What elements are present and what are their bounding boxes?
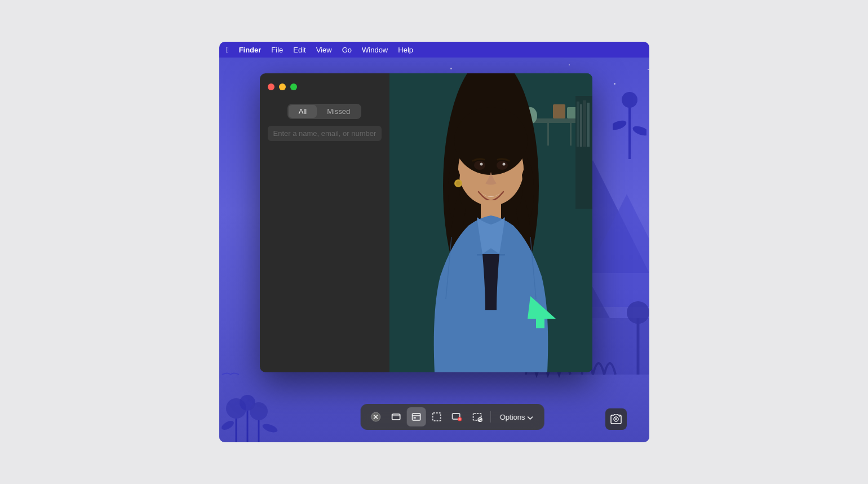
toolbar-options-btn[interactable]: Options xyxy=(494,407,539,426)
svg-point-17 xyxy=(631,124,646,137)
toolbar-screen-record-btn[interactable] xyxy=(448,407,467,426)
menu-window[interactable]: Window xyxy=(362,46,388,54)
svg-point-59 xyxy=(615,418,617,420)
svg-rect-26 xyxy=(577,102,579,147)
titlebar xyxy=(260,73,389,100)
menu-help[interactable]: Help xyxy=(398,46,413,54)
svg-rect-20 xyxy=(547,123,549,146)
svg-point-12 xyxy=(220,419,235,432)
svg-rect-29 xyxy=(587,103,590,147)
maximize-button[interactable] xyxy=(290,83,297,90)
toolbar-window-bar-btn[interactable] xyxy=(407,407,426,426)
options-chevron-icon xyxy=(527,413,533,421)
selection-rect-icon xyxy=(432,412,442,422)
svg-rect-46 xyxy=(392,414,400,420)
green-arrow xyxy=(525,293,561,330)
svg-rect-22 xyxy=(553,104,565,118)
svg-point-33 xyxy=(474,161,485,170)
star xyxy=(450,68,452,69)
menu-edit[interactable]: Edit xyxy=(293,46,305,54)
svg-point-36 xyxy=(502,163,505,166)
svg-point-57 xyxy=(479,419,481,421)
svg-point-8 xyxy=(250,402,268,420)
toolbar-divider xyxy=(490,411,491,423)
window-content: All Missed xyxy=(219,58,649,442)
apple-menu[interactable]:  xyxy=(226,45,229,54)
close-circle-icon xyxy=(371,412,381,422)
svg-point-60 xyxy=(619,416,620,417)
close-button[interactable] xyxy=(268,83,274,90)
call-list-empty xyxy=(260,144,389,372)
window-capture-icon xyxy=(391,412,401,422)
svg-point-15 xyxy=(622,92,637,108)
star xyxy=(614,83,615,85)
menu-file[interactable]: File xyxy=(271,46,283,54)
star xyxy=(569,64,570,65)
svg-point-34 xyxy=(497,161,508,170)
desktop:  Finder File Edit View Go Window Help xyxy=(0,0,868,484)
facetime-sidebar: All Missed xyxy=(260,73,389,372)
options-label: Options xyxy=(500,413,525,421)
screen-record-icon xyxy=(452,412,462,422)
screenshot-toolbar: Options xyxy=(361,404,544,430)
macos-window:  Finder File Edit View Go Window Help xyxy=(219,42,649,442)
minimize-button[interactable] xyxy=(279,83,286,90)
video-panel xyxy=(389,73,592,372)
camera-icon xyxy=(610,414,622,424)
svg-point-5 xyxy=(627,301,649,324)
svg-rect-50 xyxy=(414,417,416,419)
svg-point-32 xyxy=(454,107,528,175)
svg-point-35 xyxy=(480,163,482,166)
svg-point-16 xyxy=(613,118,627,131)
filter-missed-tab[interactable]: Missed xyxy=(317,105,360,118)
menu-finder[interactable]: Finder xyxy=(239,46,262,54)
menu-go[interactable]: Go xyxy=(342,46,352,54)
svg-point-38 xyxy=(455,181,461,186)
menu-view[interactable]: View xyxy=(316,46,332,54)
facetime-window: All Missed xyxy=(260,73,592,372)
toolbar-window-sel-btn[interactable] xyxy=(468,407,487,426)
svg-rect-21 xyxy=(570,123,572,146)
svg-rect-27 xyxy=(580,104,582,147)
filter-tab-group: All Missed xyxy=(287,104,362,119)
top-plant xyxy=(613,91,646,159)
filter-all-tab[interactable]: All xyxy=(289,105,317,118)
svg-rect-51 xyxy=(433,413,441,421)
svg-rect-28 xyxy=(583,100,586,147)
toolbar-window-btn[interactable] xyxy=(387,407,406,426)
person-video xyxy=(389,73,592,372)
svg-point-54 xyxy=(459,418,461,420)
filter-tabs: All Missed xyxy=(260,100,389,122)
bottom-plants xyxy=(219,363,321,442)
window-bar-icon xyxy=(411,412,422,422)
menu-bar:  Finder File Edit View Go Window Help xyxy=(219,42,649,58)
camera-button[interactable] xyxy=(605,408,627,430)
toolbar-selection-btn[interactable] xyxy=(427,407,446,426)
svg-point-13 xyxy=(261,423,278,434)
window-sel-icon xyxy=(472,412,482,422)
svg-rect-48 xyxy=(413,413,420,420)
star xyxy=(648,69,649,70)
toolbar-close-btn[interactable] xyxy=(366,407,386,426)
search-input[interactable] xyxy=(268,126,382,141)
